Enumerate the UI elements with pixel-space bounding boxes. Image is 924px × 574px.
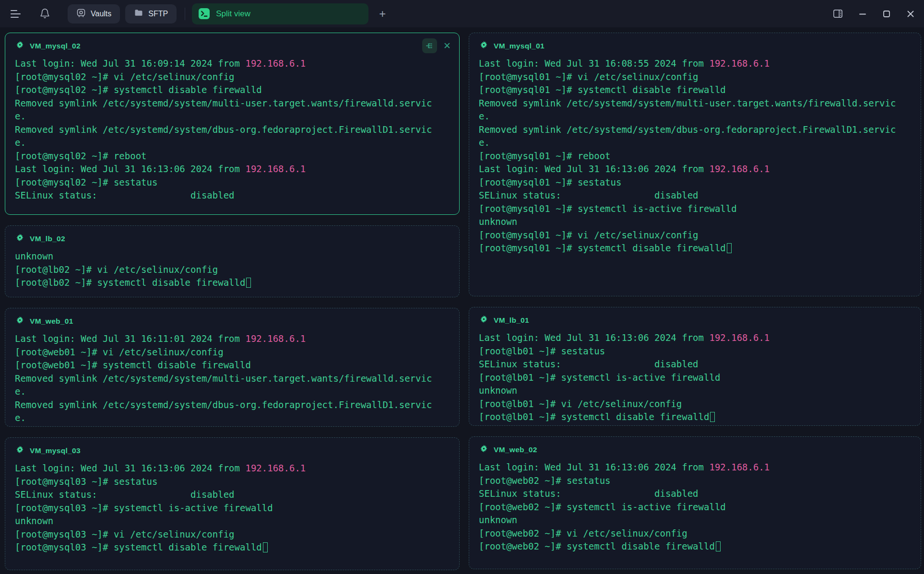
gear-icon [15, 40, 24, 51]
new-tab-button[interactable]: + [379, 7, 386, 21]
terminal-line: [root@web02 ~]# sestatus [479, 474, 911, 488]
terminal-line: Last login: Wed Jul 31 16:11:01 2024 fro… [15, 332, 450, 346]
panel-title: VM_web_02 [494, 445, 537, 454]
vaults-button[interactable]: Vaults [68, 4, 120, 23]
terminal-line: unknown [15, 250, 450, 263]
gear-icon [479, 40, 488, 51]
minimize-icon[interactable] [858, 9, 867, 19]
terminal-line: Removed symlink /etc/systemd/system/mult… [15, 372, 450, 386]
terminal-panel-vm-mysql-02[interactable]: VM_mysql_02 ✕ Last login: Wed Jul 31 16:… [5, 33, 460, 215]
terminal-line: Removed symlink /etc/systemd/system/dbus… [15, 398, 450, 412]
terminal-line: SELinux status: disabled [479, 358, 911, 371]
split-layout-icon[interactable] [832, 8, 843, 19]
terminal-line: [root@lb01 ~]# sestatus [479, 345, 911, 358]
topbar-divider [185, 8, 185, 20]
window-controls [832, 8, 915, 19]
terminal-line: [root@mysql01 ~]# systemctl disable fire… [479, 83, 911, 97]
tab-split-view[interactable]: Split view [192, 3, 368, 24]
terminal-output-vm-web-01[interactable]: Last login: Wed Jul 31 16:11:01 2024 fro… [5, 327, 459, 427]
terminal-line: unknown [479, 384, 911, 398]
panel-title: VM_mysql_03 [30, 446, 81, 455]
terminal-line: unknown [479, 514, 911, 527]
terminal-line: [root@mysql01 ~]# systemctl is-active fi… [479, 202, 911, 216]
panel-header: VM_mysql_02 [5, 33, 459, 51]
terminal-line: [root@mysql01 ~]# reboot [479, 150, 911, 163]
panel-header: VM_lb_01 [469, 307, 921, 326]
panel-title: VM_web_01 [30, 317, 73, 326]
terminal-cursor [727, 243, 732, 253]
terminal-panel-vm-web-02[interactable]: VM_web_02 Last login: Wed Jul 31 16:13:0… [469, 436, 921, 569]
terminal-line: e. [479, 110, 911, 123]
terminal-line: Last login: Wed Jul 31 16:13:06 2024 fro… [15, 163, 450, 176]
terminal-line: [root@mysql01 ~]# sestatus [479, 176, 911, 189]
vault-icon [76, 8, 86, 20]
terminal-line: e. [479, 136, 911, 150]
close-icon[interactable] [906, 9, 915, 19]
notifications-bell-icon[interactable] [39, 8, 50, 19]
terminal-output-vm-web-02[interactable]: Last login: Wed Jul 31 16:13:06 2024 fro… [469, 455, 921, 560]
terminal-output-vm-mysql-01[interactable]: Last login: Wed Jul 31 16:08:55 2024 fro… [469, 51, 921, 262]
gear-icon [15, 316, 24, 327]
panel-title: VM_lb_01 [494, 316, 529, 325]
terminal-cursor [710, 412, 715, 422]
terminal-line: [root@mysql02 ~]# sestatus [15, 176, 450, 189]
vaults-button-label: Vaults [91, 10, 111, 18]
sftp-button-label: SFTP [148, 10, 168, 18]
terminal-line: e. [15, 411, 450, 425]
panel-header: VM_web_02 [469, 437, 921, 455]
terminal-line: [root@mysql03 ~]# sestatus [15, 475, 450, 489]
hamburger-menu-icon[interactable] [11, 10, 21, 18]
terminal-line: [root@web02 ~]# vi /etc/selinux/config [479, 527, 911, 540]
terminal-panel-vm-web-01[interactable]: VM_web_01 Last login: Wed Jul 31 16:11:0… [5, 308, 460, 427]
terminal-panel-vm-mysql-01[interactable]: VM_mysql_01 Last login: Wed Jul 31 16:08… [469, 33, 921, 296]
terminal-line: Removed symlink /etc/systemd/system/dbus… [15, 123, 450, 137]
terminal-line: Removed symlink /etc/systemd/system/mult… [15, 97, 450, 110]
terminal-line: [root@mysql02 ~]# systemctl disable fire… [15, 83, 450, 97]
terminal-line: [root@web02 ~]# systemctl disable firewa… [479, 540, 911, 553]
sftp-button[interactable]: SFTP [125, 4, 177, 23]
terminal-output-vm-mysql-03[interactable]: Last login: Wed Jul 31 16:13:06 2024 fro… [5, 456, 459, 561]
terminal-line: [root@web01 ~]# vi /etc/selinux/config [15, 346, 450, 359]
terminal-line: [root@mysql01 ~]# vi /etc/selinux/config [479, 70, 911, 84]
terminal-line: Last login: Wed Jul 31 16:13:06 2024 fro… [479, 331, 911, 345]
gear-icon [15, 445, 24, 456]
terminal-line: [root@web01 ~]# systemctl disable firewa… [15, 359, 450, 372]
terminal-line: [root@lb01 ~]# systemctl disable firewal… [479, 410, 911, 424]
terminal-cursor [716, 541, 721, 551]
gear-icon [479, 444, 488, 455]
panel-title: VM_mysql_01 [494, 42, 545, 50]
terminal-panel-vm-mysql-03[interactable]: VM_mysql_03 Last login: Wed Jul 31 16:13… [5, 437, 460, 570]
terminal-output-vm-lb-02[interactable]: unknown[root@lb02 ~]# vi /etc/selinux/co… [5, 244, 459, 296]
terminal-line: e. [15, 385, 450, 398]
panel-header: VM_mysql_03 [5, 438, 459, 456]
terminal-output-vm-lb-01[interactable]: Last login: Wed Jul 31 16:13:06 2024 fro… [469, 326, 921, 426]
panel-close-icon[interactable]: ✕ [441, 39, 453, 52]
terminal-line: [root@lb02 ~]# vi /etc/selinux/config [15, 263, 450, 277]
split-view-workspace: VM_mysql_02 ✕ Last login: Wed Jul 31 16:… [0, 27, 924, 574]
terminal-line: Last login: Wed Jul 31 16:13:06 2024 fro… [479, 163, 911, 176]
terminal-line: Last login: Wed Jul 31 16:13:06 2024 fro… [15, 462, 450, 475]
terminal-line: [root@mysql03 ~]# systemctl disable fire… [15, 541, 450, 554]
terminal-output-vm-mysql-02[interactable]: Last login: Wed Jul 31 16:09:14 2024 fro… [5, 51, 459, 209]
terminal-line: Last login: Wed Jul 31 16:13:06 2024 fro… [479, 461, 911, 474]
terminal-line: e. [15, 136, 450, 150]
terminal-line: SELinux status: disabled [479, 189, 911, 202]
panel-header: VM_lb_02 [5, 226, 459, 244]
terminal-line: [root@mysql02 ~]# vi /etc/selinux/config [15, 70, 450, 84]
maximize-icon[interactable] [882, 9, 891, 19]
terminal-line: [root@web02 ~]# systemctl is-active fire… [479, 501, 911, 514]
tab-split-view-label: Split view [216, 9, 250, 19]
panel-title: VM_lb_02 [30, 234, 65, 243]
terminal-line: [root@lb01 ~]# vi /etc/selinux/config [479, 398, 911, 411]
terminal-line: e. [15, 110, 450, 123]
terminal-panel-vm-lb-02[interactable]: VM_lb_02 unknown[root@lb02 ~]# vi /etc/s… [5, 225, 460, 297]
terminal-panel-vm-lb-01[interactable]: VM_lb_01 Last login: Wed Jul 31 16:13:06… [469, 307, 921, 426]
left-column: VM_mysql_02 ✕ Last login: Wed Jul 31 16:… [5, 33, 460, 570]
gear-icon [15, 233, 24, 244]
panel-actions: ✕ [422, 38, 453, 53]
terminal-line: [root@lb01 ~]# systemctl is-active firew… [479, 371, 911, 385]
panel-header: VM_web_01 [5, 308, 459, 327]
terminal-line: [root@mysql01 ~]# systemctl disable fire… [479, 242, 911, 255]
broadcast-input-icon[interactable] [422, 38, 437, 53]
terminal-line: [root@mysql03 ~]# vi /etc/selinux/config [15, 528, 450, 541]
